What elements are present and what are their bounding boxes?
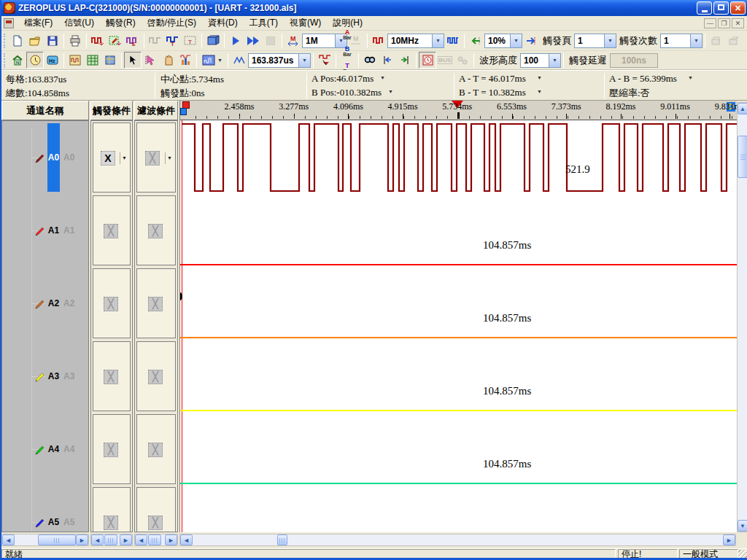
- save-button[interactable]: [44, 32, 61, 49]
- mdi-minimize-button[interactable]: —: [704, 18, 716, 28]
- sample-clock-blue-icon[interactable]: [444, 32, 462, 49]
- stack-prev-icon[interactable]: [708, 32, 725, 49]
- trigger-cell[interactable]: ╳: [93, 414, 131, 484]
- scroll-down-icon[interactable]: ▼: [738, 520, 747, 532]
- channel-pen-icon[interactable]: [34, 371, 46, 383]
- channel-pane-hscroll[interactable]: ◄ ►: [1, 534, 89, 546]
- condition-x-icon[interactable]: ╳: [148, 443, 163, 457]
- condition-x-icon[interactable]: ╳: [104, 297, 118, 311]
- repeat-run-button[interactable]: [244, 32, 262, 49]
- a-pos-dropdown[interactable]: ▼: [378, 74, 387, 83]
- sample-clock-red-icon[interactable]: [370, 32, 387, 49]
- trigger-x-value[interactable]: X: [101, 151, 115, 166]
- compress-left-icon[interactable]: [467, 32, 484, 49]
- menu-item-2[interactable]: 觸發(R): [100, 16, 142, 29]
- filter-cell[interactable]: ╳: [136, 414, 176, 484]
- trigger-cell[interactable]: ╳: [93, 195, 131, 265]
- sampling-setup-icon[interactable]: [89, 32, 107, 49]
- channel-label[interactable]: A2: [47, 298, 60, 308]
- waveform-pane[interactable]: D 2.458ms3.277ms4.096ms4.915ms5.734ms6.5…: [179, 101, 737, 532]
- condition-x-icon[interactable]: ╳: [148, 297, 163, 311]
- channel-row[interactable]: A5A5: [2, 486, 89, 532]
- trigger-cell[interactable]: ╳: [93, 341, 131, 411]
- a-b-dropdown[interactable]: ▼: [686, 74, 695, 83]
- mdi-close-button[interactable]: ✕: [732, 18, 744, 28]
- trigger-condition-header[interactable]: 觸發條件: [90, 101, 133, 120]
- filter-cell[interactable]: ╳: [136, 341, 176, 411]
- a-bar-button[interactable]: ABar: [338, 27, 356, 44]
- b-bar-button[interactable]: BBar: [338, 44, 356, 61]
- condition-x-icon[interactable]: ╳: [104, 224, 118, 238]
- goto-trigger-icon[interactable]: [522, 32, 540, 49]
- menu-item-6[interactable]: 視窗(W): [284, 16, 327, 29]
- menu-item-4[interactable]: 資料(D): [202, 16, 244, 29]
- filter-cell[interactable]: ╳: [136, 195, 176, 265]
- channel-name-header[interactable]: 通道名稱: [1, 101, 89, 120]
- bar-trigger-icon[interactable]: [147, 32, 164, 49]
- range-trigger-icon[interactable]: T: [182, 32, 199, 49]
- hscroll-thumb[interactable]: [104, 534, 117, 545]
- condition-x-icon[interactable]: ╳: [104, 443, 118, 457]
- wave-height-select[interactable]: 100▼: [520, 53, 561, 68]
- condition-x-icon[interactable]: ╳: [148, 370, 163, 384]
- filter-condition-header[interactable]: 濾波條件: [134, 101, 178, 120]
- bus-analysis-button[interactable]: BUS: [436, 52, 454, 69]
- minimize-button[interactable]: [697, 1, 712, 15]
- navigator-button[interactable]: [101, 52, 119, 69]
- scroll-left-icon[interactable]: ◄: [135, 534, 147, 545]
- trigger-page-select[interactable]: 1▼: [574, 34, 616, 48]
- scroll-right-icon[interactable]: ►: [723, 534, 735, 545]
- signal-edit-icon[interactable]: [107, 32, 124, 49]
- listing-window-button[interactable]: [84, 52, 101, 69]
- time-div-select[interactable]: 163.837us▼: [248, 53, 311, 68]
- print-button[interactable]: [66, 32, 84, 49]
- hscroll-thumb[interactable]: [148, 534, 161, 545]
- b-t-dropdown[interactable]: ▼: [535, 88, 544, 97]
- vertical-scroll-thumb[interactable]: [738, 136, 747, 178]
- waveform-vertical-scrollbar[interactable]: ▲ ▼: [737, 102, 747, 532]
- channel-pen-icon[interactable]: [34, 517, 46, 529]
- condition-x-icon[interactable]: ╳: [148, 224, 163, 238]
- scroll-right-icon[interactable]: ►: [120, 534, 132, 545]
- scroll-right-icon[interactable]: ►: [165, 534, 177, 545]
- channel-pen-icon[interactable]: [34, 444, 46, 456]
- channel-row[interactable]: A2A2: [2, 267, 89, 340]
- stack-next-icon[interactable]: [725, 32, 743, 49]
- run-button[interactable]: [227, 32, 244, 49]
- a-t-dropdown[interactable]: ▼: [535, 74, 544, 83]
- memory-depth-icon[interactable]: M: [285, 32, 302, 49]
- channel-label[interactable]: A1: [47, 225, 60, 236]
- sample-rate-select[interactable]: 10MHz▼: [387, 34, 444, 48]
- hscroll-thumb[interactable]: [38, 534, 76, 545]
- waveform-window-button[interactable]: [66, 52, 84, 69]
- channel-row[interactable]: A1A1: [2, 194, 89, 267]
- open-file-button[interactable]: [26, 32, 44, 49]
- frequency-button[interactable]: Hz: [44, 52, 61, 69]
- waveform-hscroll[interactable]: ◄ ►: [179, 534, 736, 546]
- trigger-cell[interactable]: ╳: [93, 268, 131, 338]
- scroll-left-icon[interactable]: ◄: [91, 534, 104, 545]
- mdi-restore-button[interactable]: ❐: [718, 18, 730, 28]
- channel-row[interactable]: A4A4: [2, 413, 89, 486]
- trigger-delay-field[interactable]: 100ns: [610, 53, 658, 68]
- sync-gears-icon[interactable]: [454, 52, 471, 69]
- menu-item-1[interactable]: 信號(U): [58, 16, 100, 29]
- menu-item-5[interactable]: 工具(T): [244, 16, 284, 29]
- refresh-clock-button[interactable]: [419, 52, 436, 69]
- channel-pen-icon[interactable]: [34, 152, 46, 164]
- trigger-pane-hscroll[interactable]: ◄ ►: [90, 534, 133, 546]
- channel-label[interactable]: A4: [47, 444, 60, 454]
- pointer-tool-button[interactable]: [124, 52, 142, 69]
- select-tool-button[interactable]: [142, 52, 159, 69]
- chevron-down-icon[interactable]: ▼: [165, 152, 174, 164]
- channel-label[interactable]: A3: [47, 371, 60, 381]
- statistics-tool-button[interactable]: [177, 52, 194, 69]
- condition-x-icon[interactable]: ╳: [145, 151, 160, 166]
- pattern-display-button[interactable]: ▼: [199, 52, 225, 69]
- channel-row[interactable]: A0A0: [2, 121, 89, 194]
- menu-item-3[interactable]: 啓動/停止(S): [142, 16, 202, 29]
- filter-cell[interactable]: ╳▼: [136, 122, 176, 192]
- maximize-button[interactable]: [713, 1, 729, 15]
- clock-mode-button[interactable]: [26, 52, 44, 69]
- bus-package-icon[interactable]: [204, 32, 222, 49]
